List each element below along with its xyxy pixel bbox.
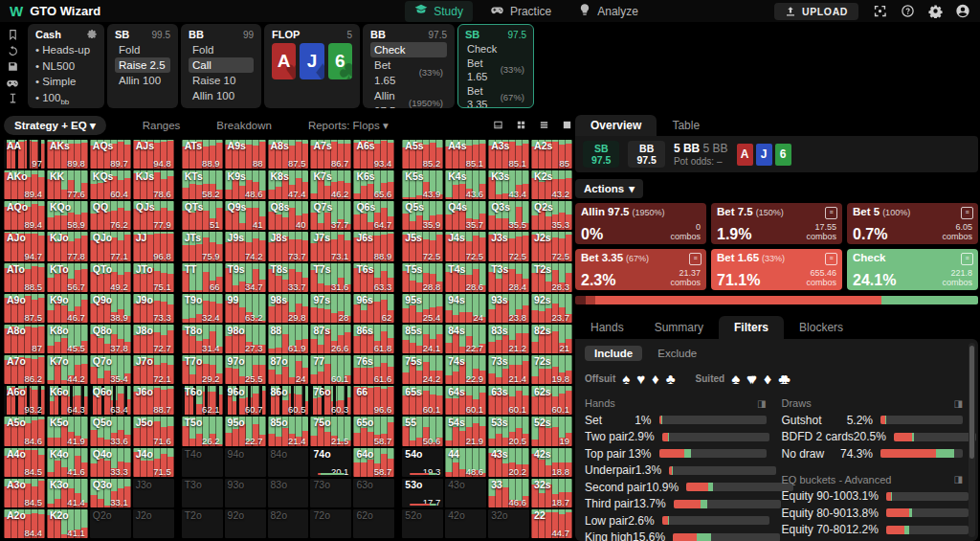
hand-cell-A6o[interactable]: A6o93.2 <box>4 386 45 415</box>
hand-cell-52o[interactable]: 52o <box>402 509 443 538</box>
hand-cell-A7o[interactable]: A7o86.2 <box>4 355 45 384</box>
hand-cell-K8o[interactable]: K8o45.5 <box>47 325 88 353</box>
suited-filter-♦[interactable]: ♦♦ <box>764 372 765 386</box>
history-panel-bb-preflop[interactable]: BB99FoldCallRaise 10Allin 100 <box>181 24 261 108</box>
hand-cell-T5s[interactable]: T5s28.8 <box>402 263 443 292</box>
hand-cell-82s[interactable]: 82s21 <box>531 325 572 353</box>
hand-cell-Q4s[interactable]: Q4s35.7 <box>445 201 486 230</box>
hand-cell-J8o[interactable]: J8o72.7 <box>133 325 174 353</box>
hand-cell-T3o[interactable]: T3o <box>182 479 223 507</box>
hand-cell-JTs[interactable]: JTs75.9 <box>182 232 223 260</box>
hand-cell-AKs[interactable]: AKs89.8 <box>47 140 88 169</box>
hand-cell-A2s[interactable]: A2s85 <box>531 140 572 169</box>
nav-tab-practice[interactable]: Practice <box>480 1 561 22</box>
offsuit-filter-♦[interactable]: ♦ <box>652 372 659 386</box>
history-action[interactable]: Bet 1.65(33%) <box>465 56 526 84</box>
hand-cell-84s[interactable]: 84s22.7 <box>445 325 486 353</box>
history-action[interactable]: Allin 100 <box>189 88 254 103</box>
square-view-icon[interactable] <box>562 120 572 132</box>
hand-cell-96s[interactable]: 96s62 <box>353 294 394 323</box>
history-panel-bb-flop[interactable]: BB97.5CheckBet 1.65(33%)Allin 97.5(1950%… <box>363 24 455 108</box>
note-icon[interactable]: ≡ <box>961 207 973 219</box>
hand-cell-K4s[interactable]: K4s43.6 <box>445 170 486 199</box>
hand-cell-53s[interactable]: 53s20.5 <box>488 417 529 445</box>
hand-cell-A9o[interactable]: A9o87.5 <box>4 294 45 323</box>
hand-cell-T9s[interactable]: T9s34.7 <box>225 263 266 292</box>
suited-filter-♥[interactable]: ♥♥ <box>746 372 750 386</box>
hand-cell-Q4o[interactable]: Q4o33.3 <box>90 448 131 477</box>
hand-cell-K8s[interactable]: K8s47.4 <box>268 170 309 199</box>
hand-cell-A8s[interactable]: A8s87.5 <box>268 140 309 169</box>
history-action[interactable]: Raise 2.5 <box>115 57 170 73</box>
hand-cell-Q3o[interactable]: Q3o33.1 <box>90 479 131 507</box>
hand-cell-K6s[interactable]: K6s65.6 <box>353 170 394 199</box>
hand-cell-J5s[interactable]: J5s72.5 <box>402 232 443 260</box>
hand-cell-Q9o[interactable]: Q9o38.9 <box>90 294 131 323</box>
hand-cell-J6o[interactable]: J6o88.7 <box>133 386 174 415</box>
hand-cell-53o[interactable]: 53o17.7 <box>402 479 443 507</box>
hand-cell-J3o[interactable]: J3o <box>133 479 174 507</box>
suited-filter-♠[interactable]: ♠♠ <box>731 372 733 386</box>
tab-table[interactable]: Table <box>657 115 715 136</box>
hand-cell-85s[interactable]: 85s24.1 <box>402 325 443 353</box>
hand-cell-Q5s[interactable]: Q5s35.9 <box>402 201 443 230</box>
hand-cell-96o[interactable]: 96o60.7 <box>225 386 266 415</box>
tab-filters[interactable]: Filters <box>719 316 784 339</box>
history-action[interactable]: Bet 1.65(33%) <box>370 57 447 88</box>
section-toggle-icon[interactable]: ◨ <box>954 398 963 409</box>
tab-breakdown[interactable]: Breakdown <box>216 120 272 131</box>
hand-cell-Q7o[interactable]: Q7o35.4 <box>90 355 131 384</box>
hand-cell-K4o[interactable]: K4o41.6 <box>47 448 88 477</box>
hand-cell-Q8o[interactable]: Q8o37.8 <box>90 325 131 353</box>
hand-cell-93o[interactable]: 93o <box>225 479 266 507</box>
hand-cell-92s[interactable]: 92s23.7 <box>531 294 572 323</box>
bookmark-icon[interactable] <box>6 29 19 42</box>
hand-cell-83s[interactable]: 83s21.2 <box>488 325 529 353</box>
hand-cell-95o[interactable]: 95o22.7 <box>225 417 266 445</box>
hand-cell-KTs[interactable]: KTs58.2 <box>182 170 223 199</box>
hand-cell-Q7s[interactable]: Q7s37.7 <box>310 201 351 230</box>
hand-cell-J5o[interactable]: J5o71.6 <box>133 417 174 445</box>
hand-cell-65s[interactable]: 65s60.1 <box>402 386 443 415</box>
hand-cell-ATo[interactable]: ATo88.5 <box>4 263 45 292</box>
scrollbar-thumb[interactable] <box>969 346 974 459</box>
hand-cell-44[interactable]: 4448.6 <box>445 448 486 477</box>
hand-cell-86s[interactable]: 86s61.8 <box>353 325 394 353</box>
grid-view-icon[interactable] <box>516 120 526 132</box>
hand-cell-62s[interactable]: 62s60.1 <box>531 386 572 415</box>
hand-cell-43o[interactable]: 43o <box>445 479 486 507</box>
section-toggle-icon[interactable]: ◨ <box>757 398 766 409</box>
offsuit-filter-♣[interactable]: ♣ <box>666 372 676 386</box>
hand-cell-93s[interactable]: 93s23.8 <box>488 294 529 323</box>
tab-reports[interactable]: Reports: Flops ▾ <box>308 119 389 132</box>
filters-scrollbar[interactable] <box>969 343 975 537</box>
hand-cell-92o[interactable]: 92o <box>225 509 266 538</box>
hand-cell-Q2s[interactable]: Q2s35.3 <box>531 201 572 230</box>
hand-cell-52s[interactable]: 52s19 <box>531 417 572 445</box>
hand-cell-82o[interactable]: 82o <box>268 509 309 538</box>
note-icon[interactable]: ≡ <box>825 207 837 219</box>
hand-cell-AJs[interactable]: AJs94.8 <box>133 140 174 169</box>
panel-view-icon[interactable] <box>493 120 503 132</box>
hand-cell-J2s[interactable]: J2s72.5 <box>531 232 572 260</box>
hand-cell-KJs[interactable]: KJs78.6 <box>133 170 174 199</box>
hand-cell-A4o[interactable]: A4o84.5 <box>4 448 45 477</box>
hand-cell-K9o[interactable]: K9o46.7 <box>47 294 88 323</box>
hand-cell-KQs[interactable]: KQs60.4 <box>90 170 131 199</box>
tab-ranges[interactable]: Ranges <box>143 120 181 131</box>
hand-cell-AKo[interactable]: AKo89.4 <box>4 170 45 199</box>
hand-cell-Q3s[interactable]: Q3s35.5 <box>488 201 529 230</box>
hand-cell-Q8s[interactable]: Q8s40 <box>268 201 309 230</box>
hand-cell-J7o[interactable]: J7o72.1 <box>133 355 174 384</box>
hand-cell-74s[interactable]: 74s22.9 <box>445 355 486 384</box>
hand-cell-77[interactable]: 7760.1 <box>310 355 351 384</box>
hand-cell-Q9s[interactable]: Q9s41 <box>225 201 266 230</box>
history-panel-sb-preflop[interactable]: SB99.5FoldRaise 2.5Allin 100 <box>107 24 178 108</box>
history-action[interactable]: Check <box>465 42 526 56</box>
hand-cell-A6s[interactable]: A6s93.4 <box>353 140 394 169</box>
hand-cell-QQ[interactable]: QQ76.2 <box>90 201 131 230</box>
hand-cell-42s[interactable]: 42s18.8 <box>531 448 572 477</box>
hand-cell-ATs[interactable]: ATs88.9 <box>182 140 223 169</box>
save-icon[interactable] <box>6 60 19 74</box>
hand-cell-K5o[interactable]: K5o41.9 <box>47 417 88 445</box>
